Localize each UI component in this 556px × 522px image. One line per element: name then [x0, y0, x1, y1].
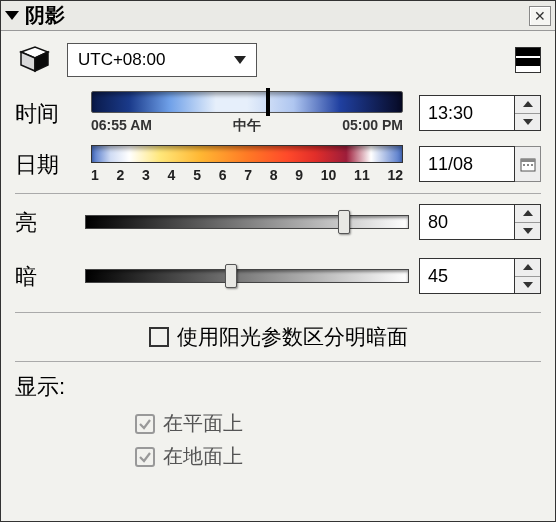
time-input[interactable]: 13:30	[419, 95, 515, 131]
sunlight-checkbox-label: 使用阳光参数区分明暗面	[177, 323, 408, 351]
date-input[interactable]: 11/08	[419, 146, 515, 182]
timezone-select[interactable]: UTC+08:00	[67, 43, 257, 77]
divider	[15, 312, 541, 313]
date-label: 日期	[15, 148, 85, 180]
close-button[interactable]: ✕	[529, 6, 551, 26]
panel-title: 阴影	[25, 2, 529, 29]
date-scale-labels: 123456789101112	[91, 167, 403, 183]
timezone-value: UTC+08:00	[78, 50, 165, 70]
light-slider-handle[interactable]	[338, 210, 350, 234]
on-faces-label: 在平面上	[163, 410, 243, 437]
shadow-toggle-icon[interactable]	[15, 43, 53, 77]
spinner-down-icon[interactable]	[515, 114, 540, 131]
divider	[15, 361, 541, 362]
time-slider[interactable]	[91, 91, 403, 113]
time-spinner[interactable]	[515, 95, 541, 131]
sunset-label: 05:00 PM	[342, 117, 403, 135]
shadows-panel: 阴影 ✕ UTC+08:00 时间	[0, 0, 556, 522]
dark-slider[interactable]	[85, 269, 409, 283]
noon-label: 中午	[233, 117, 261, 135]
spinner-up-icon[interactable]	[515, 259, 540, 277]
sunrise-label: 06:55 AM	[91, 117, 152, 135]
spinner-up-icon[interactable]	[515, 205, 540, 223]
on-faces-checkbox[interactable]	[135, 414, 155, 434]
dark-input[interactable]: 45	[419, 258, 515, 294]
dark-slider-handle[interactable]	[225, 264, 237, 288]
svg-rect-6	[527, 164, 529, 166]
divider	[15, 193, 541, 194]
svg-rect-7	[531, 164, 533, 166]
chevron-down-icon	[234, 56, 246, 64]
collapse-triangle-icon[interactable]	[5, 11, 19, 20]
spinner-down-icon[interactable]	[515, 223, 540, 240]
titlebar: 阴影 ✕	[1, 1, 555, 31]
panel-settings-icon[interactable]	[515, 47, 541, 73]
time-scale-labels: 06:55 AM 中午 05:00 PM	[91, 117, 403, 135]
spinner-up-icon[interactable]	[515, 96, 540, 114]
dark-label: 暗	[15, 260, 85, 292]
light-input[interactable]: 80	[419, 204, 515, 240]
svg-rect-4	[521, 159, 535, 162]
calendar-button[interactable]	[515, 146, 541, 182]
time-label: 时间	[15, 97, 85, 129]
svg-rect-5	[523, 164, 525, 166]
on-ground-checkbox[interactable]	[135, 447, 155, 467]
display-section-label: 显示:	[15, 372, 541, 402]
light-label: 亮	[15, 206, 85, 238]
spinner-down-icon[interactable]	[515, 277, 540, 294]
on-ground-label: 在地面上	[163, 443, 243, 470]
light-spinner[interactable]	[515, 204, 541, 240]
date-slider[interactable]	[91, 145, 403, 163]
light-slider[interactable]	[85, 215, 409, 229]
sunlight-checkbox[interactable]	[149, 327, 169, 347]
dark-spinner[interactable]	[515, 258, 541, 294]
